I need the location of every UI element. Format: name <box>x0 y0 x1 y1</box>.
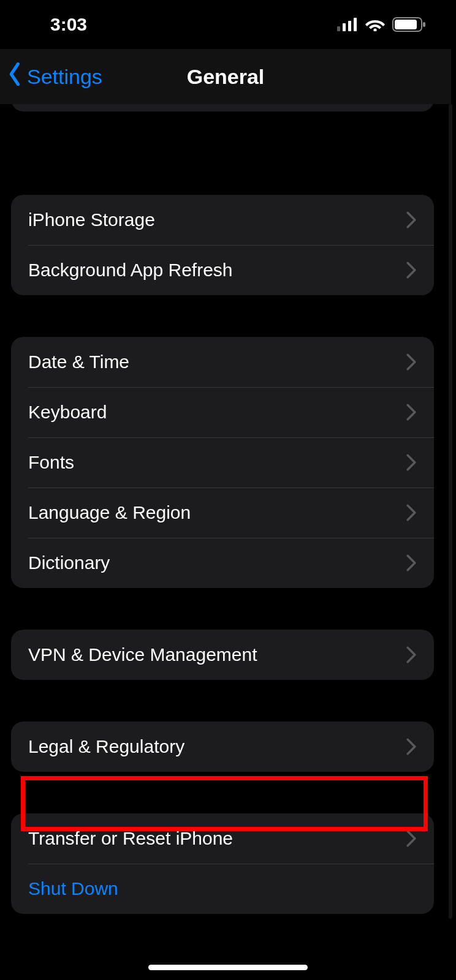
row-vpn-device-management[interactable]: VPN & Device Management <box>11 630 434 680</box>
nav-bar: Settings General <box>0 49 451 104</box>
chevron-right-icon <box>406 262 417 279</box>
svg-point-4 <box>373 28 376 31</box>
chevron-right-icon <box>406 211 417 228</box>
chevron-right-icon <box>406 830 417 847</box>
svg-rect-0 <box>337 26 340 31</box>
row-label: Date & Time <box>28 352 406 372</box>
chevron-left-icon <box>6 62 25 91</box>
row-label: VPN & Device Management <box>28 644 406 665</box>
svg-rect-6 <box>395 20 417 29</box>
status-time: 3:03 <box>50 14 87 35</box>
row-keyboard[interactable]: Keyboard <box>11 387 434 437</box>
chevron-right-icon <box>406 646 417 663</box>
row-label: Fonts <box>28 452 406 473</box>
row-label: Background App Refresh <box>28 260 406 281</box>
right-edge-shadow <box>449 104 452 919</box>
svg-rect-1 <box>343 23 346 31</box>
row-label: Transfer or Reset iPhone <box>28 828 406 849</box>
row-label: iPhone Storage <box>28 209 406 230</box>
chevron-right-icon <box>406 404 417 421</box>
status-bar: 3:03 <box>0 0 451 49</box>
row-shut-down[interactable]: Shut Down <box>11 864 434 914</box>
row-fonts[interactable]: Fonts <box>11 437 434 488</box>
wifi-icon <box>365 18 385 31</box>
chevron-right-icon <box>406 554 417 571</box>
settings-group-reset: Transfer or Reset iPhone Shut Down <box>11 813 434 914</box>
svg-rect-7 <box>423 22 425 27</box>
home-indicator[interactable] <box>148 965 308 970</box>
settings-group-carplay: CarPlay <box>11 104 434 111</box>
row-carplay[interactable]: CarPlay <box>11 104 434 111</box>
chevron-right-icon <box>406 738 417 755</box>
settings-content: CarPlay iPhone Storage Background App Re… <box>0 104 445 980</box>
svg-rect-3 <box>354 18 357 31</box>
row-iphone-storage[interactable]: iPhone Storage <box>11 195 434 245</box>
row-label: Keyboard <box>28 402 406 423</box>
chevron-right-icon <box>406 353 417 371</box>
row-background-app-refresh[interactable]: Background App Refresh <box>11 245 434 295</box>
svg-rect-2 <box>348 21 351 31</box>
settings-group-legal: Legal & Regulatory <box>11 722 434 772</box>
row-language-region[interactable]: Language & Region <box>11 488 434 538</box>
row-label: Language & Region <box>28 502 406 523</box>
cellular-icon <box>337 18 358 31</box>
settings-group-vpn: VPN & Device Management <box>11 630 434 680</box>
row-label: Shut Down <box>28 878 417 899</box>
battery-icon <box>392 17 427 32</box>
row-label: Dictionary <box>28 552 406 573</box>
back-button[interactable]: Settings <box>6 62 102 91</box>
row-dictionary[interactable]: Dictionary <box>11 538 434 588</box>
back-label: Settings <box>27 65 102 89</box>
row-legal-regulatory[interactable]: Legal & Regulatory <box>11 722 434 772</box>
row-date-time[interactable]: Date & Time <box>11 337 434 387</box>
settings-group-system: Date & Time Keyboard Fonts Language & Re… <box>11 337 434 588</box>
settings-group-storage: iPhone Storage Background App Refresh <box>11 195 434 295</box>
row-label: Legal & Regulatory <box>28 736 406 757</box>
chevron-right-icon <box>406 454 417 471</box>
row-transfer-reset[interactable]: Transfer or Reset iPhone <box>11 813 434 864</box>
chevron-right-icon <box>406 504 417 521</box>
